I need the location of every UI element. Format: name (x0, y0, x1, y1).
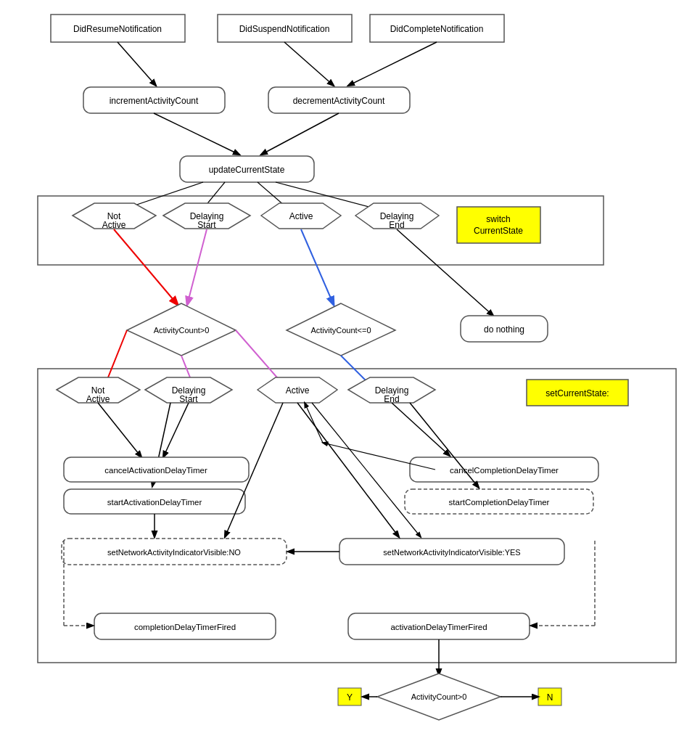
incrementActivityCount-label: incrementActivityCount (110, 96, 199, 106)
svg-line-5 (348, 42, 437, 86)
activationDelayTimerFired-label: activationDelayTimerFired (390, 623, 487, 631)
svg-line-3 (118, 42, 156, 86)
switchCurrentState-label2: CurrentState (474, 226, 523, 236)
cancelActivationDelayTimer-label: cancelActivationDelayTimer (104, 466, 207, 475)
svg-line-8 (154, 113, 239, 155)
decrementActivityCount-label: decrementActivityCount (293, 96, 385, 106)
delayingEnd1-label2: End (389, 220, 404, 230)
notActive1-label2: Active (102, 220, 126, 230)
setCurrentState-label: setCurrentState: (545, 388, 609, 398)
activityCountLE0-label: ActivityCount<=0 (310, 326, 371, 335)
svg-rect-16 (457, 207, 540, 243)
doNothing-label: do nothing (484, 324, 524, 335)
updateCurrentState-label: updateCurrentState (209, 165, 285, 175)
delayingStart1-label2: Start (197, 220, 216, 230)
startActivationDelayTimer-label: startActivationDelayTimer (107, 498, 202, 507)
n-label: N (547, 692, 553, 703)
delayingStart2-label2: Start (179, 394, 198, 404)
active1-label: Active (289, 211, 313, 221)
setNetworkVisibleNO-label: setNetworkActivityIndicatorVisible:NO (107, 548, 241, 557)
cancelCompletionDelayTimer-label: cancelCompletionDelayTimer (450, 466, 559, 475)
y-label: Y (347, 692, 353, 703)
didCompleteNotification-label: DidCompleteNotification (390, 24, 484, 34)
svg-line-9 (261, 113, 339, 155)
activityCountGT0-label: ActivityCount>0 (154, 326, 210, 335)
startCompletionDelayTimer-label: startCompletionDelayTimer (449, 498, 550, 507)
delayingEnd2-label2: End (384, 394, 399, 404)
setNetworkVisibleYES-label: setNetworkActivityIndicatorVisible:YES (383, 548, 520, 557)
didSuspendNotification-label: DidSuspendNotification (239, 24, 330, 34)
didResumeNotification-label: DidResumeNotification (73, 24, 162, 34)
flow-diagram: DidResumeNotification DidSuspendNotifica… (0, 0, 700, 749)
switchCurrentState-label: switch (486, 214, 510, 224)
svg-line-4 (284, 42, 334, 86)
active2-label: Active (286, 385, 310, 396)
activityCountGT0-2-label: ActivityCount>0 (411, 692, 467, 701)
completionDelayTimerFired-label: completionDelayTimerFired (134, 623, 236, 631)
